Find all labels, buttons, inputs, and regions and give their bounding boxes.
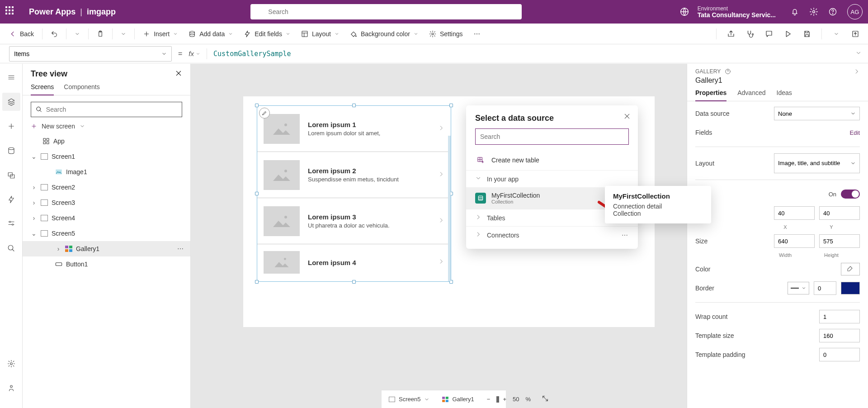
screen-canvas[interactable]: Lorem ipsum 1Lorem ipsum dolor sit amet,…: [243, 96, 655, 327]
gallery-item[interactable]: Lorem ipsum 2Suspendisse enim metus, tin…: [257, 152, 451, 198]
prop-position-y[interactable]: [819, 206, 860, 220]
save-menu[interactable]: [828, 26, 844, 42]
prop-position-x[interactable]: [774, 206, 815, 220]
settings-button[interactable]: Settings: [425, 28, 467, 40]
tree-item-app[interactable]: App: [23, 133, 190, 149]
prop-border-style[interactable]: [788, 282, 809, 294]
overflow-button[interactable]: ⋯: [469, 28, 485, 40]
formula-input[interactable]: [211, 46, 849, 62]
control-name[interactable]: Gallery1: [687, 76, 868, 89]
ds-group-in-your-app[interactable]: In your app: [466, 171, 638, 187]
chevron-right-icon[interactable]: [438, 171, 444, 179]
tree-item-button1[interactable]: Button1: [23, 256, 190, 272]
tree-item-image1[interactable]: Image1: [23, 164, 190, 180]
new-screen-button[interactable]: New screen: [31, 123, 182, 130]
tree-item-screen1[interactable]: ⌄Screen1: [23, 149, 190, 164]
global-search-input[interactable]: [268, 8, 515, 15]
tab-advanced[interactable]: Advanced: [737, 89, 765, 101]
prop-fields-edit[interactable]: Edit: [850, 129, 860, 136]
publish-button[interactable]: [847, 26, 863, 42]
tree-item-gallery1[interactable]: › Gallery1 ⋯: [23, 241, 190, 256]
prop-template-padding[interactable]: [819, 348, 860, 361]
rail-data[interactable]: [2, 142, 20, 160]
tab-screens[interactable]: Screens: [31, 83, 54, 95]
app-checker-button[interactable]: [742, 26, 758, 42]
ds-create-table[interactable]: Create new table: [466, 150, 638, 170]
tree-search[interactable]: [31, 102, 182, 117]
rail-insert[interactable]: [2, 117, 20, 135]
tree-search-input[interactable]: [46, 106, 177, 113]
prop-border-width[interactable]: [814, 281, 836, 295]
chevron-right-icon[interactable]: [854, 68, 860, 75]
chevron-right-icon[interactable]: [438, 217, 444, 225]
chevron-right-icon[interactable]: [438, 258, 444, 266]
ds-popup-close[interactable]: [623, 113, 631, 122]
prop-layout-value[interactable]: Image, title, and subtitle: [774, 153, 860, 173]
tree-item-screen4[interactable]: ›Screen4: [23, 210, 190, 226]
save-button[interactable]: [799, 26, 815, 42]
rail-hamburger[interactable]: [2, 68, 20, 86]
fit-to-screen[interactable]: [542, 395, 549, 403]
prop-wrap-count[interactable]: [819, 310, 860, 323]
prop-template-size[interactable]: [819, 329, 860, 342]
property-selector[interactable]: Items: [9, 46, 172, 62]
app-launcher-icon[interactable]: [5, 6, 16, 17]
notifications-icon[interactable]: [790, 7, 799, 16]
tab-properties[interactable]: Properties: [695, 89, 726, 101]
tab-components[interactable]: Components: [64, 83, 99, 95]
tree-item-more[interactable]: ⋯: [177, 245, 184, 252]
edit-template-button[interactable]: [259, 108, 270, 119]
back-button[interactable]: Back: [5, 28, 38, 40]
comments-button[interactable]: [761, 26, 777, 42]
settings-gear-icon[interactable]: [809, 7, 818, 16]
zoom-out[interactable]: −: [487, 396, 491, 403]
ds-search[interactable]: [475, 128, 629, 145]
brand-name[interactable]: Power Apps: [29, 7, 75, 17]
prop-border-color[interactable]: [841, 282, 860, 294]
zoom-in[interactable]: +: [503, 396, 506, 403]
paste-menu[interactable]: [116, 28, 131, 39]
prop-width[interactable]: [774, 234, 815, 248]
rail-settings[interactable]: [2, 355, 20, 373]
rail-tree-view[interactable]: [2, 93, 20, 111]
help-icon[interactable]: [725, 68, 731, 75]
preview-button[interactable]: [780, 26, 796, 42]
breadcrumb-screen[interactable]: Screen5: [389, 396, 429, 403]
tree-item-screen2[interactable]: ›Screen2: [23, 180, 190, 195]
paste-button[interactable]: [92, 28, 108, 40]
global-search[interactable]: [250, 4, 522, 19]
edit-fields-button[interactable]: Edit fields: [239, 28, 295, 40]
tree-item-screen3[interactable]: ›Screen3: [23, 195, 190, 210]
prop-color-button[interactable]: [841, 263, 860, 275]
tree-item-screen5[interactable]: ⌄Screen5: [23, 226, 190, 241]
account-avatar[interactable]: AG: [847, 4, 863, 19]
gallery-item[interactable]: Lorem ipsum 3Ut pharetra a dolor ac vehi…: [257, 198, 451, 244]
prop-height[interactable]: [819, 234, 860, 248]
undo-button[interactable]: [46, 28, 62, 40]
rail-search[interactable]: [2, 239, 20, 257]
help-icon[interactable]: [828, 7, 837, 16]
undo-menu[interactable]: [70, 28, 85, 39]
prop-visible-toggle[interactable]: [841, 190, 860, 199]
breadcrumb-control[interactable]: Gallery1: [442, 396, 474, 403]
layout-button[interactable]: Layout: [297, 28, 344, 40]
rail-flows[interactable]: [2, 190, 20, 209]
prop-data-source-value[interactable]: None: [774, 107, 860, 120]
fx-label[interactable]: fx: [189, 50, 200, 57]
gallery-control[interactable]: Lorem ipsum 1Lorem ipsum dolor sit amet,…: [257, 105, 451, 282]
ds-group-connectors[interactable]: Connectors ⋯: [466, 227, 638, 243]
formula-expand-button[interactable]: [849, 50, 868, 58]
share-button[interactable]: [723, 26, 739, 42]
insert-button[interactable]: Insert: [138, 28, 182, 40]
add-data-button[interactable]: Add data: [184, 28, 237, 40]
tree-view-close[interactable]: [175, 70, 182, 79]
rail-media[interactable]: [2, 166, 20, 184]
rail-virtual-agent[interactable]: [2, 379, 20, 397]
gallery-item[interactable]: Lorem ipsum 1Lorem ipsum dolor sit amet,: [257, 106, 451, 152]
ds-connectors-more[interactable]: ⋯: [622, 232, 629, 239]
chevron-right-icon[interactable]: [438, 125, 444, 133]
ds-search-input[interactable]: [480, 133, 624, 140]
tab-ideas[interactable]: Ideas: [777, 89, 792, 101]
canvas-area[interactable]: Lorem ipsum 1Lorem ipsum dolor sit amet,…: [191, 64, 687, 408]
gallery-item[interactable]: Lorem ipsum 4: [257, 244, 451, 280]
